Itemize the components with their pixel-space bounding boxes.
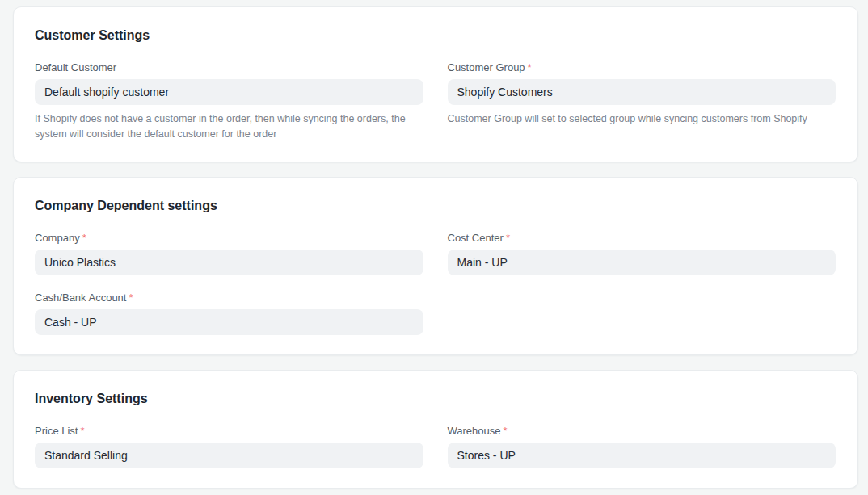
customer-group-label: Customer Group* (448, 61, 836, 74)
default-customer-help-text: If Shopify does not have a customer in t… (35, 111, 423, 142)
field-price-list: Price List* (35, 425, 423, 468)
inventory-settings-card: Inventory Settings Price List* Warehouse… (13, 370, 858, 489)
cost-center-label-text: Cost Center (448, 232, 504, 244)
customer-settings-title: Customer Settings (35, 27, 836, 44)
inventory-settings-fields: Price List* Warehouse* (35, 425, 836, 468)
price-list-input[interactable] (35, 443, 423, 468)
required-asterisk: * (506, 232, 510, 244)
company-dependent-settings-title: Company Dependent settings (35, 198, 836, 214)
field-default-customer: Default Customer If Shopify does not hav… (35, 61, 423, 142)
cash-bank-account-input[interactable] (35, 309, 423, 335)
required-asterisk: * (129, 292, 133, 304)
warehouse-label-text: Warehouse (448, 425, 501, 437)
default-customer-input[interactable] (35, 79, 423, 105)
field-warehouse: Warehouse* (448, 425, 836, 468)
warehouse-input[interactable] (448, 443, 836, 468)
cash-bank-account-label: Cash/Bank Account* (35, 292, 423, 304)
customer-settings-card: Customer Settings Default Customer If Sh… (13, 6, 858, 162)
field-cost-center: Cost Center* (448, 232, 836, 275)
required-asterisk: * (504, 425, 508, 437)
company-dependent-settings-card: Company Dependent settings Company* Cost… (13, 177, 858, 355)
required-asterisk: * (528, 61, 532, 73)
default-customer-label: Default Customer (35, 61, 423, 74)
cost-center-input[interactable] (448, 250, 836, 275)
warehouse-label: Warehouse* (448, 425, 836, 438)
field-cash-bank-account: Cash/Bank Account* (35, 292, 423, 335)
customer-group-help-text: Customer Group will set to selected grou… (448, 111, 836, 127)
company-label-text: Company (35, 232, 80, 244)
price-list-label-text: Price List (35, 425, 78, 437)
field-customer-group: Customer Group* Customer Group will set … (448, 61, 836, 142)
default-customer-label-text: Default Customer (35, 61, 116, 73)
required-asterisk: * (82, 232, 86, 244)
inventory-settings-title: Inventory Settings (35, 391, 836, 407)
price-list-label: Price List* (35, 425, 423, 438)
customer-group-label-text: Customer Group (448, 61, 525, 73)
company-dependent-settings-fields: Company* Cost Center* Cash/Bank Account* (35, 232, 836, 335)
customer-settings-fields: Default Customer If Shopify does not hav… (35, 61, 836, 142)
company-label: Company* (35, 232, 423, 245)
customer-group-input[interactable] (448, 79, 836, 105)
cash-bank-account-label-text: Cash/Bank Account (35, 292, 126, 304)
company-input[interactable] (35, 250, 423, 275)
required-asterisk: * (80, 425, 84, 437)
settings-page: Customer Settings Default Customer If Sh… (0, 0, 868, 489)
field-company: Company* (35, 232, 423, 275)
cost-center-label: Cost Center* (448, 232, 836, 245)
